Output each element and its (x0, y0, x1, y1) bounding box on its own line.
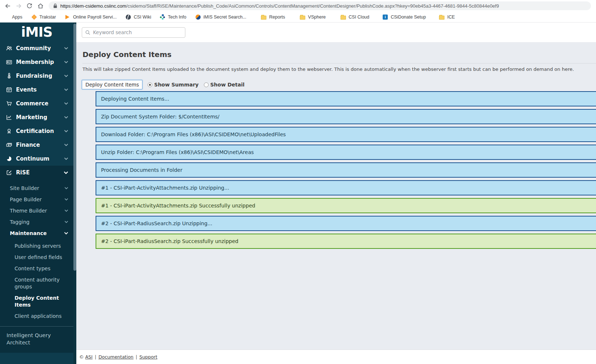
status-message-text: Deploying Content Items... (101, 96, 169, 102)
people-icon (6, 45, 12, 52)
bookmark-reports[interactable]: Reports (261, 14, 285, 20)
sidebar-item-fundraising[interactable]: Fundraising (0, 69, 73, 83)
folder-icon (300, 14, 306, 20)
sidebar-item-commerce[interactable]: Commerce (0, 97, 73, 110)
page-title: Deploy Content Items (82, 50, 596, 59)
sidebar-item-label: Finance (16, 142, 40, 148)
chevron-down-icon (64, 74, 68, 77)
radio-unselected-icon[interactable] (204, 82, 209, 87)
sidebar-divider (0, 326, 73, 327)
bookmark-imis-secret-search[interactable]: iMIS Secret Search... (195, 14, 246, 20)
calendar-icon (6, 86, 12, 93)
sidebar-item-tagging[interactable]: Tagging (0, 216, 73, 227)
sidebar-item-client-applications[interactable]: Client applications (0, 311, 73, 322)
sidebar-item-theme-builder[interactable]: Theme Builder (0, 205, 73, 216)
chevron-down-icon (64, 47, 68, 50)
bookmark-label: Online Payroll Servi... (73, 15, 117, 20)
bookmark-vsphere[interactable]: VSphere (300, 14, 326, 20)
sidebar-item-finance[interactable]: Finance (0, 138, 73, 152)
chevron-down-icon (64, 209, 68, 212)
status-message: #1 - CSI-iPart-ActivityAttachments.zip U… (96, 180, 596, 195)
bookmark-label: iMIS Secret Search... (204, 15, 246, 20)
status-message: #2 - CSI-iPart-RadiusSearch.zip Unzippin… (96, 216, 596, 231)
sidebar-item-page-builder[interactable]: Page Builder (0, 194, 73, 205)
status-message: Download Folder: C:\Program Files (x86)\… (96, 127, 596, 142)
sidebar-scrollbar-thumb[interactable] (73, 24, 76, 271)
folder-icon (340, 14, 346, 20)
title-divider (82, 63, 596, 64)
bookmark-csi-cloud[interactable]: CSI Cloud (340, 14, 369, 20)
forward-icon[interactable] (14, 1, 23, 11)
search-input[interactable] (93, 29, 182, 35)
refresh-icon[interactable] (25, 1, 34, 11)
sidebar-item-label: Maintenance (10, 230, 47, 236)
sidebar-item-label: Deploy Content Items (15, 295, 65, 308)
sidebar-item-content-types[interactable]: Content types (0, 263, 73, 274)
bookmark-label: CSI Cloud (349, 15, 369, 20)
sidebar-item-maintenance[interactable]: Maintenance (0, 227, 73, 239)
asi-link[interactable]: ASI (85, 354, 93, 360)
deploy-content-items-button[interactable]: Deploy Content Items (82, 80, 142, 89)
cluster-icon (160, 14, 165, 20)
status-message: Zip Document System Folder: $/ContentIte… (96, 109, 596, 124)
sidebar-item-label: Community (16, 45, 51, 52)
chevron-down-icon (64, 88, 68, 91)
sidebar-item-content-authority-groups[interactable]: Content authority groups (0, 274, 73, 292)
home-icon[interactable] (36, 1, 45, 11)
sidebar-item-publishing-servers[interactable]: Publishing servers (0, 240, 73, 252)
show-summary-radio[interactable]: Show Summary (148, 82, 198, 88)
sidebar-item-events[interactable]: Events (0, 83, 73, 97)
sidebar-scrollbar[interactable] (73, 23, 76, 364)
bookmark-label: Tech Info (168, 15, 186, 20)
chart-icon (6, 114, 12, 121)
show-detail-radio[interactable]: Show Detail (204, 82, 245, 88)
bookmark-label: VSphere (308, 15, 326, 20)
sidebar-item-label: Client applications (15, 313, 65, 320)
support-link[interactable]: Support (140, 354, 157, 360)
status-message-text: #1 - CSI-iPart-ActivityAttachments.zip U… (101, 185, 229, 191)
status-message: Deploying Content Items... (96, 91, 596, 106)
status-message-text: #2 - CSI-iPart-RadiusSearch.zip Successf… (101, 238, 238, 244)
search-box[interactable] (82, 27, 185, 38)
sidebar-item-community[interactable]: Community (0, 41, 73, 55)
sidebar-item-marketing[interactable]: Marketing (0, 110, 73, 124)
page-footer: © ASI | Documentation | Support (76, 349, 596, 364)
bookmark-tech-info[interactable]: Tech Info (160, 14, 186, 20)
sidebar-item-label: RiSE (16, 169, 30, 176)
sidebar-item-label: Marketing (16, 114, 47, 121)
chevron-down-icon (64, 198, 68, 201)
radio-label: Show Detail (210, 82, 245, 88)
sidebar-item-label: Continuum (16, 155, 49, 162)
page-description: This will take zipped Content Items uplo… (82, 66, 596, 72)
bookmark-label: Apps (12, 15, 23, 20)
pie-icon (6, 155, 12, 162)
chevron-down-icon (64, 232, 68, 235)
chevron-down-icon (64, 157, 68, 160)
sidebar-item-continuum[interactable]: Continuum (0, 152, 73, 166)
bookmark-online-payroll[interactable]: Online Payroll Servi... (65, 14, 117, 20)
search-icon (85, 30, 90, 35)
radio-selected-icon[interactable] (148, 82, 152, 87)
chevron-down-icon (64, 187, 68, 190)
sidebar-item-site-builder[interactable]: Site Builder (0, 182, 73, 194)
sidebar-item-intelligent-query-architect[interactable]: Intelligent Query Architect (0, 330, 73, 348)
sidebar-item-certification[interactable]: Certification (0, 124, 73, 138)
sidebar-item-deploy-content-items[interactable]: Deploy Content Items (0, 292, 73, 311)
bookmark-trakstar[interactable]: Trakstar (31, 14, 56, 20)
browser-toolbar: https://dem-csidemo.csiinc.com/csidemo/S… (0, 0, 596, 12)
back-icon[interactable] (3, 1, 12, 11)
apps-button[interactable]: Apps (4, 14, 23, 20)
url-bar[interactable]: https://dem-csidemo.csiinc.com/csidemo/S… (49, 1, 591, 10)
sidebar-item-membership[interactable]: Membership (0, 55, 73, 69)
status-message-text: Zip Document System Folder: $/ContentIte… (101, 114, 220, 120)
status-message-text: #2 - CSI-iPart-RadiusSearch.zip Unzippin… (101, 221, 212, 226)
bookmark-csidonate-setup[interactable]: i CSiDonate Setup (382, 14, 426, 20)
sidebar-item-user-defined-fields[interactable]: User defined fields (0, 252, 73, 263)
documentation-link[interactable]: Documentation (98, 354, 133, 360)
bookmark-ice[interactable]: ICE (439, 14, 455, 20)
bookmark-csi-wiki[interactable]: CSI Wiki (125, 14, 151, 20)
status-message: Unzip Folder: C:\Program Files (x86)\ASI… (96, 145, 596, 160)
chevron-down-icon (64, 130, 68, 133)
sidebar-item-rise[interactable]: RiSE (0, 166, 73, 179)
apps-grid-icon (4, 14, 9, 20)
